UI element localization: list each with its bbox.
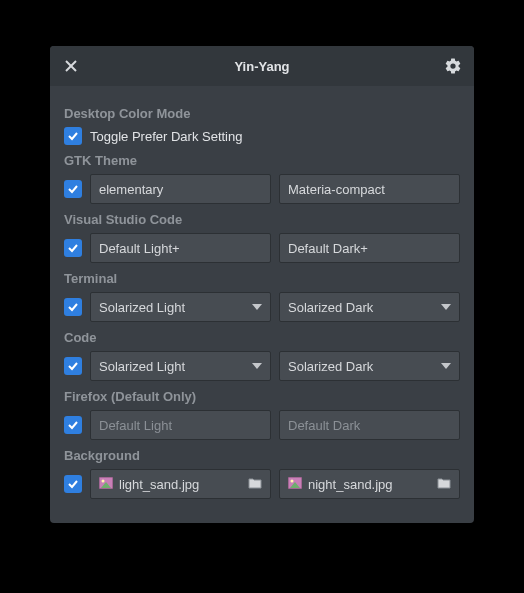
svg-marker-3 [441, 304, 451, 310]
close-button[interactable] [60, 55, 82, 77]
chevron-down-icon [252, 361, 262, 371]
svg-marker-2 [252, 304, 262, 310]
check-icon [67, 130, 79, 142]
firefox-light-placeholder: Default Light [99, 418, 172, 433]
close-icon [65, 60, 77, 72]
code-row: Solarized Light Solarized Dark [64, 351, 460, 381]
code-dark-select[interactable]: Solarized Dark [279, 351, 460, 381]
firefox-section-label: Firefox (Default Only) [64, 389, 460, 404]
code-light-value: Solarized Light [99, 359, 185, 374]
vscode-dark-input[interactable]: Default Dark+ [279, 233, 460, 263]
image-icon [99, 477, 113, 492]
background-dark-file[interactable]: night_sand.jpg [279, 469, 460, 499]
firefox-dark-placeholder: Default Dark [288, 418, 360, 433]
svg-marker-4 [252, 363, 262, 369]
vscode-light-value: Default Light+ [99, 241, 180, 256]
code-light-select[interactable]: Solarized Light [90, 351, 271, 381]
gtk-dark-input[interactable]: Materia-compact [279, 174, 460, 204]
gtk-light-value: elementary [99, 182, 163, 197]
terminal-light-value: Solarized Light [99, 300, 185, 315]
background-light-file[interactable]: light_sand.jpg [90, 469, 271, 499]
folder-icon [248, 477, 262, 492]
vscode-section-label: Visual Studio Code [64, 212, 460, 227]
background-section-label: Background [64, 448, 460, 463]
desktop-section-label: Desktop Color Mode [64, 106, 460, 121]
content-area: Desktop Color Mode Toggle Prefer Dark Se… [50, 86, 474, 523]
desktop-toggle-label: Toggle Prefer Dark Setting [90, 129, 242, 144]
svg-marker-5 [441, 363, 451, 369]
svg-point-7 [102, 479, 105, 482]
check-icon [67, 360, 79, 372]
app-window: Yin-Yang Desktop Color Mode Toggle Prefe… [50, 46, 474, 523]
check-icon [67, 183, 79, 195]
chevron-down-icon [441, 361, 451, 371]
gtk-row: elementary Materia-compact [64, 174, 460, 204]
vscode-dark-value: Default Dark+ [288, 241, 368, 256]
firefox-light-input[interactable]: Default Light [90, 410, 271, 440]
background-light-value: light_sand.jpg [119, 477, 242, 492]
gtk-light-input[interactable]: elementary [90, 174, 271, 204]
vscode-checkbox[interactable] [64, 239, 82, 257]
terminal-section-label: Terminal [64, 271, 460, 286]
background-row: light_sand.jpg night_sand.jpg [64, 469, 460, 499]
terminal-dark-value: Solarized Dark [288, 300, 373, 315]
firefox-dark-input[interactable]: Default Dark [279, 410, 460, 440]
window-title: Yin-Yang [50, 59, 474, 74]
terminal-row: Solarized Light Solarized Dark [64, 292, 460, 322]
code-dark-value: Solarized Dark [288, 359, 373, 374]
gtk-dark-value: Materia-compact [288, 182, 385, 197]
terminal-checkbox[interactable] [64, 298, 82, 316]
settings-button[interactable] [442, 55, 464, 77]
desktop-toggle-row: Toggle Prefer Dark Setting [64, 127, 460, 145]
svg-point-10 [291, 479, 294, 482]
code-checkbox[interactable] [64, 357, 82, 375]
check-icon [67, 301, 79, 313]
check-icon [67, 419, 79, 431]
check-icon [67, 478, 79, 490]
gear-icon [444, 57, 462, 75]
chevron-down-icon [252, 302, 262, 312]
vscode-row: Default Light+ Default Dark+ [64, 233, 460, 263]
gtk-checkbox[interactable] [64, 180, 82, 198]
background-checkbox[interactable] [64, 475, 82, 493]
terminal-light-select[interactable]: Solarized Light [90, 292, 271, 322]
image-icon [288, 477, 302, 492]
desktop-toggle-checkbox[interactable] [64, 127, 82, 145]
gtk-section-label: GTK Theme [64, 153, 460, 168]
folder-icon [437, 477, 451, 492]
firefox-row: Default Light Default Dark [64, 410, 460, 440]
vscode-light-input[interactable]: Default Light+ [90, 233, 271, 263]
chevron-down-icon [441, 302, 451, 312]
background-dark-value: night_sand.jpg [308, 477, 431, 492]
titlebar: Yin-Yang [50, 46, 474, 86]
code-section-label: Code [64, 330, 460, 345]
terminal-dark-select[interactable]: Solarized Dark [279, 292, 460, 322]
check-icon [67, 242, 79, 254]
firefox-checkbox[interactable] [64, 416, 82, 434]
